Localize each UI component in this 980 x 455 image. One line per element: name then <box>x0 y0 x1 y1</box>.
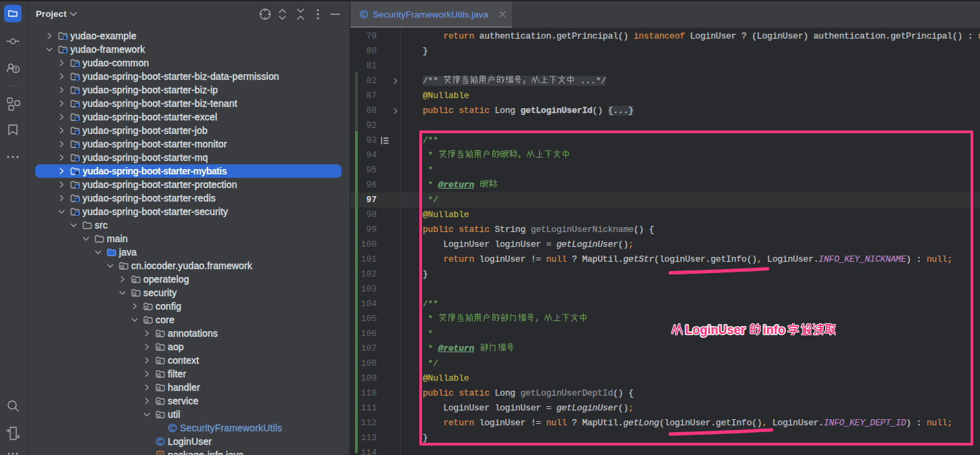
svg-text:LoginUser: LoginUser <box>685 323 745 337</box>
svg-text:info: info <box>763 323 785 337</box>
